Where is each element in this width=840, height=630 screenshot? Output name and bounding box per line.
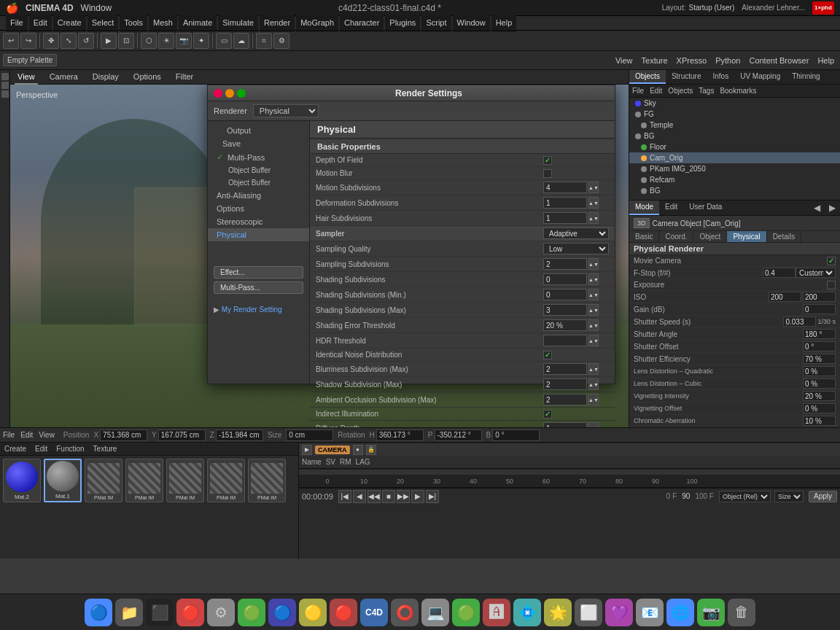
strip-icon-3[interactable] <box>1 90 9 98</box>
obj-floor[interactable]: Floor <box>629 141 840 152</box>
menu-window[interactable]: Window <box>453 15 490 31</box>
vp-tab-camera[interactable]: Camera <box>47 70 81 85</box>
dock-app7[interactable]: 🟡 <box>299 599 327 626</box>
dock-safari[interactable]: 🌐 <box>666 599 694 626</box>
deformation-spinner[interactable]: ▲▼ <box>588 197 599 209</box>
shutter-efficiency-input[interactable] <box>803 354 836 364</box>
dock-app6[interactable]: 🔵 <box>268 599 296 626</box>
menu-script[interactable]: Script <box>421 15 451 31</box>
obj-tab-objects[interactable]: Objects <box>629 70 666 84</box>
dock-c4d[interactable]: C4D <box>360 599 388 626</box>
texture-menu[interactable]: Texture <box>639 56 671 65</box>
go-end-btn[interactable]: ▶| <box>426 490 439 503</box>
dock-app9[interactable]: ⭕ <box>391 599 419 626</box>
nav-physical[interactable]: Physical <box>208 228 309 241</box>
sampling-quality-dropdown[interactable]: Low Medium High <box>543 243 609 254</box>
scale-icon[interactable]: ⤡ <box>61 33 77 49</box>
obj-refcam[interactable]: Refcam <box>629 174 840 185</box>
vp-tab-view[interactable]: View <box>15 70 38 85</box>
mat-tab-function[interactable]: Function <box>52 445 88 453</box>
attr-tab-details[interactable]: Details <box>767 231 802 242</box>
multipass-btn[interactable]: Multi-Pass... <box>214 281 303 294</box>
material-pmat2[interactable]: PMat IM <box>125 459 163 502</box>
attr-nav-left[interactable]: ◀ <box>809 201 825 215</box>
hair-subdiv-input[interactable] <box>543 212 587 224</box>
obj-menu-objects[interactable]: Objects <box>668 87 693 95</box>
sky-icon[interactable]: ☁ <box>233 33 249 49</box>
stop-btn[interactable]: ■ <box>382 490 395 503</box>
move-icon[interactable]: ✥ <box>43 33 59 49</box>
rot-p-input[interactable] <box>435 429 482 441</box>
camera-vis-icon[interactable]: ● <box>353 445 363 455</box>
play-btn[interactable]: ▶▶ <box>397 490 410 503</box>
effect-btn[interactable]: Effect... <box>214 266 303 279</box>
attr-tab-edit[interactable]: Edit <box>659 201 683 215</box>
strip-icon-1[interactable] <box>1 73 9 80</box>
rot-h-input[interactable] <box>376 429 424 441</box>
dock-app16[interactable]: 💜 <box>605 599 633 626</box>
prev-frame-btn[interactable]: ◀ <box>353 490 366 503</box>
shutter-speed-input[interactable] <box>783 316 816 327</box>
menu-create[interactable]: Create <box>53 15 86 31</box>
deformation-input[interactable] <box>543 197 587 209</box>
mat-tab-create[interactable]: Create <box>0 445 31 453</box>
my-render-setting[interactable]: ▶ My Render Setting <box>214 306 303 314</box>
menu-plugins[interactable]: Plugins <box>385 15 420 31</box>
menu-character[interactable]: Character <box>340 15 384 31</box>
dock-app13[interactable]: 💠 <box>513 599 541 626</box>
apple-menu[interactable]: 🍎 <box>6 2 18 14</box>
nav-stereoscopic[interactable]: Stereoscopic <box>208 215 309 228</box>
pos-file-tab[interactable]: File <box>3 431 15 439</box>
menu-mograph[interactable]: MoGraph <box>296 15 338 31</box>
dock-app14[interactable]: 🌟 <box>544 599 572 626</box>
indirect-illum-check[interactable]: ✓ <box>543 410 552 419</box>
dock-app8[interactable]: 🔴 <box>330 599 357 626</box>
obj-tab-thinning[interactable]: Thinning <box>786 70 825 84</box>
shutter-offset-input[interactable] <box>803 341 836 351</box>
diffuse-depth-input[interactable] <box>543 422 587 427</box>
play-reverse-btn[interactable]: ◀◀ <box>368 490 381 503</box>
diffuse-depth-spinner[interactable]: ▲▼ <box>588 422 599 427</box>
obj-menu-file[interactable]: File <box>632 87 644 95</box>
shadow-subdiv-max-spinner[interactable]: ▲▼ <box>588 378 599 390</box>
menu-file[interactable]: File <box>6 15 28 31</box>
obj-bg[interactable]: BG <box>629 131 840 141</box>
vignetting-intensity-input[interactable] <box>803 391 836 401</box>
strip-icon-2[interactable] <box>1 82 9 89</box>
pos-edit-tab[interactable]: Edit <box>20 431 33 439</box>
material-mat1[interactable]: Mat.1 <box>44 459 82 502</box>
help2-menu[interactable]: Help <box>814 56 837 65</box>
obj-tab-infos[interactable]: Infos <box>707 70 734 84</box>
ao-subdiv-max-spinner[interactable]: ▲▼ <box>588 394 599 405</box>
camera-icon[interactable]: 📷 <box>176 33 192 49</box>
deformer-icon[interactable]: ⌗ <box>256 33 272 49</box>
size-dropdown[interactable]: Size <box>774 491 804 502</box>
next-frame-btn[interactable]: ▶ <box>411 490 424 503</box>
dialog-max-btn[interactable] <box>237 89 246 98</box>
render-region-icon[interactable]: ⊡ <box>118 33 134 49</box>
ao-subdiv-max-input[interactable] <box>543 394 587 405</box>
pos-z-input[interactable] <box>216 429 263 441</box>
obj-fg[interactable]: FG <box>629 109 840 120</box>
nav-multipass[interactable]: ✓Multi-Pass <box>208 150 309 164</box>
light-icon[interactable]: ☀ <box>158 33 174 49</box>
pos-y-input[interactable] <box>158 429 206 441</box>
vignetting-offset-input[interactable] <box>803 403 836 413</box>
menu-select[interactable]: Select <box>88 15 119 31</box>
menu-mesh[interactable]: Mesh <box>149 15 177 31</box>
null-icon[interactable]: ✦ <box>193 33 209 49</box>
obj-cam-orig[interactable]: Cam_Orig <box>629 152 840 163</box>
dock-app4[interactable]: ⚙ <box>207 599 235 626</box>
obj-temple[interactable]: Temple <box>629 120 840 131</box>
dock-app17[interactable]: 📧 <box>636 599 664 626</box>
floor-icon[interactable]: ▭ <box>216 33 232 49</box>
attr-tab-basic[interactable]: Basic <box>629 231 659 242</box>
nav-anti-aliasing[interactable]: Anti-Aliasing <box>208 189 309 202</box>
shading-error-spinner[interactable]: ▲▼ <box>588 319 599 331</box>
redo-icon[interactable]: ↪ <box>20 33 36 49</box>
dock-app1[interactable]: 📁 <box>115 599 143 626</box>
fstop-input[interactable] <box>763 268 796 278</box>
motion-blur-check[interactable]: □ <box>543 169 552 178</box>
camera-lock-icon[interactable]: 🔒 <box>366 445 376 455</box>
dock-trash[interactable]: 🗑 <box>728 599 755 626</box>
